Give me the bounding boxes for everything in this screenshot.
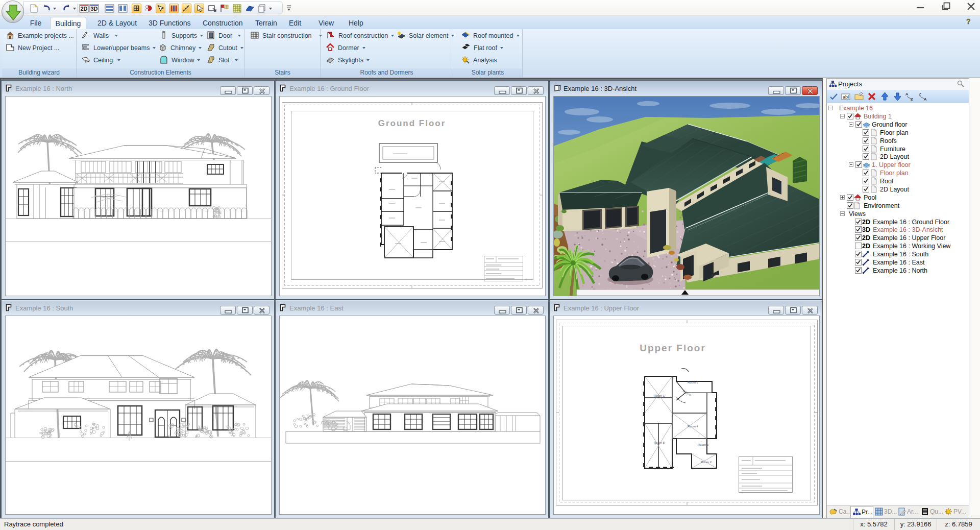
- svg-text:Room 1: Room 1: [654, 394, 665, 397]
- svg-text:Upper Floor: Upper Floor: [640, 343, 706, 353]
- svg-text:abl: abl: [843, 94, 849, 100]
- svg-text:Room 5: Room 5: [654, 441, 665, 444]
- svg-text:Ground Floor: Ground Floor: [378, 118, 446, 128]
- svg-text:Room 6: Room 6: [688, 381, 699, 384]
- svg-text:Room 2: Room 2: [701, 461, 712, 464]
- svg-text:A: A: [905, 92, 909, 97]
- svg-text:Room 3: Room 3: [698, 443, 709, 446]
- svg-text:Z: Z: [919, 92, 921, 97]
- svg-text:?: ?: [966, 17, 971, 26]
- svg-text:Room 4: Room 4: [688, 425, 699, 428]
